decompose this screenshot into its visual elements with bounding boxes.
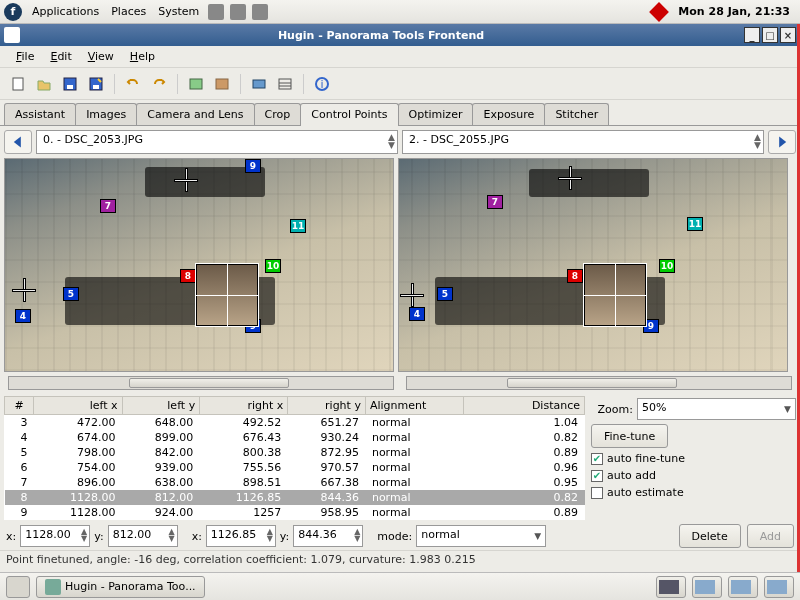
cp-marker-5[interactable]: 5 [437, 287, 453, 301]
left-image-hscroll[interactable] [8, 376, 394, 390]
finetune-button[interactable]: Fine-tune [591, 424, 668, 448]
tab-exposure[interactable]: Exposure [472, 103, 545, 125]
gnome-places-menu[interactable]: Places [105, 3, 152, 20]
menu-help[interactable]: Help [122, 48, 163, 65]
col-right-y[interactable]: right y [288, 397, 366, 415]
gnome-applications-menu[interactable]: Applications [26, 3, 105, 20]
right-image-select[interactable]: 2. - DSC_2055.JPG▲▼ [402, 130, 764, 154]
tab-camera-lens[interactable]: Camera and Lens [136, 103, 254, 125]
xy-edit-row: x: 1128.00▲▼ y: 812.00▲▼ x: 1126.85▲▼ y:… [0, 522, 800, 550]
table-row[interactable]: 5798.00842.00800.38872.95normal0.89 [5, 445, 585, 460]
cp-marker-7[interactable]: 7 [100, 199, 116, 213]
col-id[interactable]: # [5, 397, 34, 415]
cp-marker-11[interactable]: 11 [290, 219, 306, 233]
cp-marker-4[interactable]: 4 [15, 309, 31, 323]
tray-monitor-icon[interactable] [208, 4, 224, 20]
x2-field[interactable]: 1126.85▲▼ [206, 525, 276, 547]
auto-estimate-checkbox[interactable]: auto estimate [591, 486, 796, 499]
cp-marker-5[interactable]: 5 [63, 287, 79, 301]
zoom-label: Zoom: [591, 403, 633, 416]
auto-add-checkbox[interactable]: ✔auto add [591, 469, 796, 482]
new-project-button[interactable] [6, 72, 30, 96]
close-button[interactable]: × [780, 27, 796, 43]
fedora-logo-icon[interactable]: f [4, 3, 22, 21]
gl-preview-button[interactable] [273, 72, 297, 96]
preview-button[interactable] [247, 72, 271, 96]
add-images-button[interactable] [184, 72, 208, 96]
minimize-button[interactable]: _ [744, 27, 760, 43]
mode-label: mode: [377, 530, 412, 543]
col-right-x[interactable]: right x [200, 397, 288, 415]
col-left-y[interactable]: left y [122, 397, 200, 415]
menu-file[interactable]: File [8, 48, 42, 65]
gnome-system-menu[interactable]: System [152, 3, 205, 20]
tab-images[interactable]: Images [75, 103, 137, 125]
add-button[interactable]: Add [747, 524, 794, 548]
cp-marker-10[interactable]: 10 [659, 259, 675, 273]
workspace-3[interactable] [728, 576, 758, 598]
col-distance[interactable]: Distance [464, 397, 585, 415]
tab-crop[interactable]: Crop [254, 103, 302, 125]
save-button[interactable] [58, 72, 82, 96]
menu-edit[interactable]: Edit [42, 48, 79, 65]
x1-field[interactable]: 1128.00▲▼ [20, 525, 90, 547]
svg-rect-4 [93, 85, 99, 89]
clock[interactable]: Mon 28 Jan, 21:33 [678, 5, 790, 18]
undo-button[interactable] [121, 72, 145, 96]
gnome-bottom-panel: Hugin - Panorama Too... [0, 572, 800, 600]
right-image-label: 2. - DSC_2055.JPG [409, 133, 509, 146]
delete-button[interactable]: Delete [679, 524, 741, 548]
cp-marker-11[interactable]: 11 [687, 217, 703, 231]
crosshair-icon [559, 167, 581, 189]
table-row[interactable]: 91128.00924.001257958.95normal0.89 [5, 505, 585, 520]
open-project-button[interactable] [32, 72, 56, 96]
stitch-button[interactable] [210, 72, 234, 96]
tab-control-points[interactable]: Control Points [300, 103, 398, 126]
table-row[interactable]: 6754.00939.00755.56970.57normal0.96 [5, 460, 585, 475]
workspace-2[interactable] [692, 576, 722, 598]
table-row[interactable]: 7896.00638.00898.51667.38normal0.95 [5, 475, 585, 490]
right-image-viewport[interactable]: 7 11 10 5 4 8 9 [398, 158, 788, 372]
mode-select[interactable]: normal▼ [416, 525, 546, 547]
info-button[interactable]: i [310, 72, 334, 96]
taskbar-hugin[interactable]: Hugin - Panorama Too... [36, 576, 205, 598]
cp-marker-10[interactable]: 10 [265, 259, 281, 273]
tab-stitcher[interactable]: Stitcher [544, 103, 609, 125]
crosshair-icon [13, 279, 35, 301]
redo-button[interactable] [147, 72, 171, 96]
cp-marker-8[interactable]: 8 [567, 269, 583, 283]
table-row[interactable]: 81128.00812.001126.85844.36normal0.82 [5, 490, 585, 505]
workspace-1[interactable] [656, 576, 686, 598]
tray-ruby-icon[interactable] [649, 2, 669, 22]
control-points-table[interactable]: # left x left y right x right y Alignmen… [4, 396, 585, 520]
col-left-x[interactable]: left x [34, 397, 122, 415]
menu-view[interactable]: View [80, 48, 122, 65]
col-alignment[interactable]: Alignment [365, 397, 463, 415]
tray-chart-icon[interactable] [252, 4, 268, 20]
workspace-4[interactable] [764, 576, 794, 598]
auto-finetune-checkbox[interactable]: ✔auto fine-tune [591, 452, 796, 465]
cp-marker-8[interactable]: 8 [180, 269, 196, 283]
next-image-button[interactable] [768, 130, 796, 154]
tab-optimizer[interactable]: Optimizer [398, 103, 474, 125]
svg-text:i: i [320, 78, 323, 91]
tab-assistant[interactable]: Assistant [4, 103, 76, 125]
maximize-button[interactable]: □ [762, 27, 778, 43]
y1-field[interactable]: 812.00▲▼ [108, 525, 178, 547]
y2-field[interactable]: 844.36▲▼ [293, 525, 363, 547]
cp-marker-9[interactable]: 9 [245, 159, 261, 173]
save-as-button[interactable] [84, 72, 108, 96]
cp-marker-4[interactable]: 4 [409, 307, 425, 321]
prev-image-button[interactable] [4, 130, 32, 154]
left-image-select[interactable]: 0. - DSC_2053.JPG▲▼ [36, 130, 398, 154]
titlebar[interactable]: Hugin - Panorama Tools Frontend _ □ × [0, 24, 800, 46]
zoom-select[interactable]: 50%▼ [637, 398, 796, 420]
cp-marker-7[interactable]: 7 [487, 195, 503, 209]
tray-disk-icon[interactable] [230, 4, 246, 20]
left-image-viewport[interactable]: 7 11 10 5 4 8 9 9 [4, 158, 394, 372]
right-image-hscroll[interactable] [406, 376, 792, 390]
table-row[interactable]: 3472.00648.00492.52651.27normal1.04 [5, 415, 585, 431]
svg-rect-0 [13, 78, 23, 90]
show-desktop-button[interactable] [6, 576, 30, 598]
table-row[interactable]: 4674.00899.00676.43930.24normal0.82 [5, 430, 585, 445]
